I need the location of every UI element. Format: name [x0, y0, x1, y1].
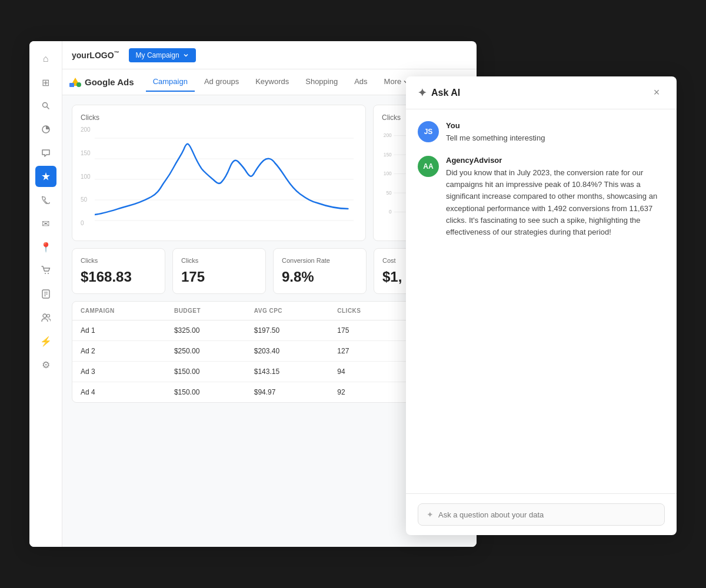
stat-conv-label: Conversion Rate — [282, 257, 358, 264]
tab-shopping[interactable]: Shopping — [298, 72, 345, 92]
svg-point-10 — [46, 315, 49, 318]
cell-avgcpc: $94.97 — [246, 382, 329, 403]
stat-cost-value: $168.83 — [81, 269, 156, 285]
svg-text:200: 200 — [384, 132, 392, 138]
svg-rect-12 — [69, 83, 74, 87]
stat-card-conv: Conversion Rate 9.8% — [273, 248, 367, 294]
ai-header: ✦ Ask AI × — [406, 76, 677, 109]
svg-text:50: 50 — [386, 190, 392, 196]
chat-message: JS You Tell me something interesting — [418, 121, 665, 144]
chart-icon[interactable] — [35, 119, 56, 140]
cell-avgcpc: $203.40 — [246, 341, 329, 362]
stat-clicks-label: Clicks — [181, 257, 257, 264]
location-icon[interactable]: 📍 — [35, 236, 56, 258]
col-clicks: CLICKS — [329, 302, 404, 320]
cell-campaign: Ad 2 — [72, 341, 166, 362]
cell-clicks: 92 — [329, 382, 404, 403]
grid-icon[interactable]: ⊞ — [35, 72, 56, 93]
stat-conv-value: 9.8% — [282, 269, 358, 285]
cell-clicks: 175 — [329, 320, 404, 341]
stat-card-clicks: Clicks 175 — [172, 248, 266, 294]
svg-point-4 — [48, 273, 49, 274]
avatar: JS — [418, 121, 439, 142]
google-ads-icon — [69, 76, 81, 88]
people-icon[interactable] — [35, 307, 56, 328]
line-chart-card: Clicks — [72, 105, 366, 241]
ai-icon[interactable] — [35, 166, 56, 187]
col-campaign: CAMPAIGN — [72, 302, 166, 320]
svg-point-3 — [45, 273, 46, 274]
chat-message: AA AgencyAdvisor Did you know that in Ju… — [418, 156, 665, 238]
home-icon[interactable]: ⌂ — [35, 48, 56, 69]
cell-campaign: Ad 3 — [72, 362, 166, 382]
stat-clicks-value: 175 — [181, 269, 257, 285]
svg-line-1 — [46, 107, 49, 109]
cell-clicks: 127 — [329, 341, 404, 362]
svg-point-9 — [43, 314, 46, 318]
cell-budget: $150.00 — [166, 382, 246, 403]
svg-text:0: 0 — [389, 209, 392, 215]
cell-budget: $250.00 — [166, 341, 246, 362]
stat-cost-label: Clicks — [81, 257, 156, 264]
search-icon[interactable] — [35, 95, 56, 116]
svg-text:100: 100 — [384, 171, 392, 176]
message-text: Did you know that in July 2023, the conv… — [446, 167, 665, 238]
stat-card-cost: Clicks $168.83 — [72, 248, 165, 294]
tool-icon[interactable]: ⚡ — [35, 330, 56, 352]
tab-campaign[interactable]: Campaign — [146, 72, 195, 92]
ai-input[interactable] — [438, 510, 656, 519]
ai-title: ✦ Ask AI — [418, 86, 460, 99]
cell-campaign: Ad 4 — [72, 382, 166, 403]
cell-budget: $325.00 — [166, 320, 246, 341]
col-budget: BUDGET — [166, 302, 246, 320]
sparkle-icon: ✦ — [418, 86, 427, 99]
svg-point-11 — [76, 82, 81, 87]
doc-icon[interactable] — [35, 283, 56, 305]
message-text: Tell me something interesting — [446, 132, 665, 144]
line-chart: 0 50 100 150 200 — [81, 126, 357, 232]
tab-keywords[interactable]: Keywords — [248, 72, 296, 92]
phone-icon[interactable] — [35, 189, 56, 211]
svg-text:150: 150 — [384, 152, 392, 158]
tab-ads[interactable]: Ads — [347, 72, 374, 92]
ai-input-area: ✦ — [406, 493, 677, 535]
settings-icon[interactable]: ⚙ — [35, 354, 56, 375]
mail-icon[interactable]: ✉ — [35, 213, 56, 234]
chat-icon[interactable] — [35, 142, 56, 163]
cell-campaign: Ad 1 — [72, 320, 166, 341]
cell-avgcpc: $197.50 — [246, 320, 329, 341]
message-body: You Tell me something interesting — [446, 121, 665, 144]
ai-messages: JS You Tell me something interesting AA … — [406, 109, 677, 493]
message-sender: You — [446, 121, 665, 130]
message-body: AgencyAdvisor Did you know that in July … — [446, 156, 665, 238]
avatar: AA — [418, 156, 439, 177]
line-chart-title: Clicks — [81, 113, 357, 122]
cart-icon[interactable] — [35, 260, 56, 281]
logo: yourLOGO™ — [72, 50, 119, 60]
tab-adgroups[interactable]: Ad groups — [197, 72, 246, 92]
col-avgcpc: AVG CPC — [246, 302, 329, 320]
cell-clicks: 94 — [329, 362, 404, 382]
ai-panel: ✦ Ask AI × JS You Tell me something inte… — [406, 76, 677, 535]
cell-budget: $150.00 — [166, 362, 246, 382]
ai-close-button[interactable]: × — [648, 85, 665, 101]
ai-input-box[interactable]: ✦ — [418, 503, 665, 526]
cell-avgcpc: $143.15 — [246, 362, 329, 382]
campaign-button[interactable]: My Campaign — [129, 48, 196, 62]
message-sender: AgencyAdvisor — [446, 156, 665, 165]
google-ads-label: Google Ads — [69, 76, 134, 88]
sidebar: ⌂ ⊞ ✉ 📍 — [29, 41, 62, 547]
input-sparkle-icon: ✦ — [427, 510, 434, 519]
topbar: yourLOGO™ My Campaign — [62, 41, 477, 69]
